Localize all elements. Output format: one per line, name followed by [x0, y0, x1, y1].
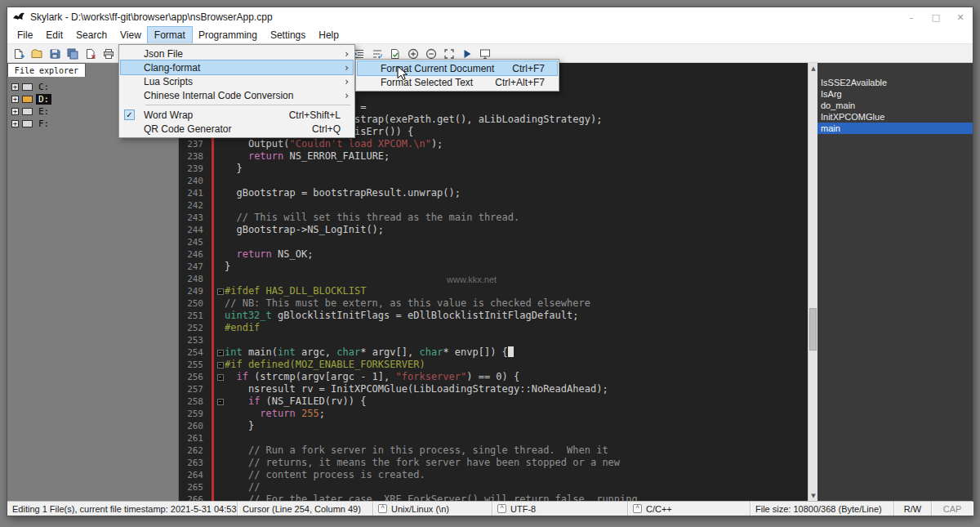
- fold-collapse-icon[interactable]: -: [217, 399, 224, 405]
- change-marker: [212, 432, 216, 444]
- save-all-icon[interactable]: [65, 46, 81, 62]
- change-marker: [212, 457, 216, 469]
- print-icon[interactable]: [100, 46, 117, 62]
- menu-settings[interactable]: Settings: [264, 27, 312, 43]
- menu-file[interactable]: File: [11, 27, 39, 43]
- menu-item-lua-scripts[interactable]: Lua Scripts›: [121, 74, 353, 88]
- line-number: 255: [179, 359, 212, 371]
- symbol-isarg[interactable]: IsArg: [817, 88, 973, 100]
- menu-item-json-file[interactable]: Json File›: [121, 47, 353, 60]
- line-number: 249: [179, 285, 212, 297]
- menu-view[interactable]: View: [114, 27, 148, 43]
- code-line: 238 return NS_ERROR_FAILURE;: [179, 150, 808, 163]
- fold-margin: [216, 212, 225, 224]
- line-number: 244: [179, 224, 212, 236]
- new-file-icon[interactable]: [11, 46, 27, 62]
- maximize-icon[interactable]: □: [924, 7, 948, 27]
- tab-file-explorer[interactable]: File explorer: [7, 63, 86, 77]
- change-marker: [212, 273, 216, 285]
- submenu-arrow-icon: ›: [345, 48, 349, 60]
- code-line: 249-#ifdef HAS_DLL_BLOCKLIST: [179, 285, 808, 297]
- scroll-up-icon[interactable]: ▲: [808, 63, 818, 74]
- close-icon[interactable]: ✕: [948, 7, 973, 27]
- change-marker: [212, 444, 216, 457]
- menu-edit[interactable]: Edit: [39, 27, 69, 43]
- menu-programming[interactable]: Programming: [192, 27, 264, 43]
- language-convert-icon[interactable]: ^: [633, 504, 642, 513]
- fold-margin: [216, 261, 225, 273]
- expander-icon[interactable]: +: [11, 96, 19, 103]
- menu-format[interactable]: Format: [148, 27, 192, 43]
- code-text: #ifdef HAS_DLL_BLOCKLIST: [225, 285, 808, 297]
- window-controls: –□✕: [899, 7, 973, 27]
- menu-help[interactable]: Help: [312, 27, 345, 43]
- line-number: 256: [179, 371, 212, 383]
- line-number: 253: [179, 334, 212, 346]
- eol-convert-icon[interactable]: ^: [378, 504, 387, 513]
- save-icon[interactable]: [47, 46, 63, 62]
- code-line: 252#endif: [179, 322, 808, 334]
- fold-margin: [216, 322, 225, 334]
- code-line: 266 // For the later case, XRE_ForkServe…: [179, 494, 808, 501]
- scroll-down-icon[interactable]: ▼: [808, 490, 818, 501]
- open-folder-icon[interactable]: [29, 46, 45, 62]
- expander-icon[interactable]: +: [11, 83, 19, 91]
- fold-margin: [216, 444, 225, 457]
- line-number: 264: [179, 469, 212, 481]
- title-bar: Skylark - D:\works\ff-git\browser\app\ns…: [7, 7, 973, 27]
- fold-collapse-icon[interactable]: -: [217, 350, 224, 356]
- expander-icon[interactable]: +: [11, 108, 19, 115]
- expander-icon[interactable]: +: [11, 120, 19, 127]
- menu-item-format-current-document[interactable]: Format Current DocumentCtrl+F7: [358, 61, 557, 75]
- code-text: [225, 273, 808, 285]
- menu-item-clang-format[interactable]: Clang-format›: [121, 60, 353, 74]
- tree-item-label: D:: [36, 94, 51, 105]
- menu-item-chinese-internal-code-conversion[interactable]: Chinese Internal Code Conversion›: [121, 88, 353, 102]
- fold-margin: [216, 138, 225, 150]
- code-text: #if defined(MOZ_ENABLE_FORKSERVER): [225, 359, 808, 371]
- code-text: gBootstrap->NS_LogInit();: [225, 224, 808, 236]
- minimize-icon[interactable]: –: [899, 7, 924, 27]
- fold-collapse-icon[interactable]: -: [217, 362, 224, 368]
- code-line: 247}: [179, 261, 808, 273]
- symbol-issse2available[interactable]: IsSSE2Available: [817, 77, 973, 88]
- symbol-main[interactable]: main: [817, 123, 973, 134]
- code-text: #endif: [225, 322, 808, 334]
- line-number: 237: [179, 138, 212, 150]
- menu-shortcut: Ctrl+Q: [312, 123, 341, 135]
- change-marker: [212, 187, 216, 199]
- code-line: 253: [179, 334, 808, 346]
- line-number: 257: [179, 383, 212, 395]
- menu-item-word-wrap[interactable]: ✓Word WrapCtrl+Shift+L: [121, 108, 353, 122]
- tree-item-label: F:: [36, 118, 51, 129]
- drive-icon: [22, 83, 33, 91]
- code-line: 246 return NS_OK;: [179, 248, 808, 261]
- fold-margin: [216, 150, 225, 163]
- status-utf-8: ^UTF-8: [492, 502, 628, 516]
- fold-collapse-icon[interactable]: -: [217, 374, 224, 381]
- change-marker: [212, 420, 216, 432]
- code-text: // content process is created.: [225, 469, 808, 481]
- change-marker: [212, 261, 216, 273]
- fold-margin: [216, 481, 225, 494]
- menu-search[interactable]: Search: [69, 27, 114, 43]
- menu-item-format-selected-text[interactable]: Format Selected TextCtrl+Alt+F7: [358, 75, 557, 89]
- menu-item-qr-code-generator[interactable]: QR Code GeneratorCtrl+Q: [121, 122, 353, 136]
- menu-gutter: [361, 77, 372, 87]
- code-text: int main(int argc, char* argv[], char* e…: [225, 346, 808, 359]
- fold-collapse-icon[interactable]: -: [217, 288, 224, 295]
- vscroll-thumb[interactable]: [809, 308, 817, 351]
- code-line: 264 // content process is created.: [179, 469, 808, 481]
- code-line: 257 nsresult rv = InitXPCOMGlue(LibLoadi…: [179, 383, 808, 395]
- vertical-scrollbar[interactable]: ▲ ▼: [808, 63, 817, 501]
- close-file-icon[interactable]: [82, 46, 99, 62]
- code-text: [225, 334, 808, 346]
- encoding-convert-icon[interactable]: ^: [497, 504, 506, 513]
- code-text: [225, 175, 808, 187]
- symbol-initxpcomglue[interactable]: InitXPCOMGlue: [817, 111, 973, 123]
- code-line: 245: [179, 236, 808, 248]
- line-number: 261: [179, 432, 212, 444]
- line-number: 262: [179, 444, 212, 457]
- symbol-do-main[interactable]: do_main: [817, 100, 973, 111]
- menu-item-label: Lua Scripts: [144, 76, 335, 87]
